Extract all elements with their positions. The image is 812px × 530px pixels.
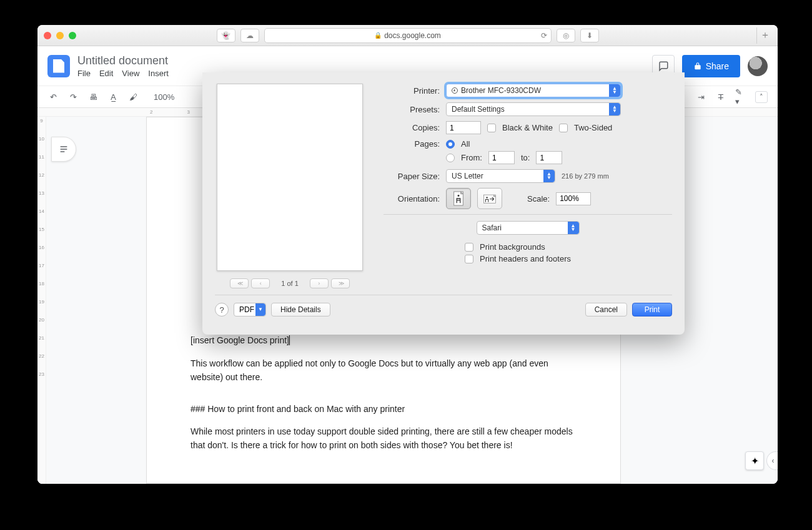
orientation-portrait-button[interactable]	[446, 188, 471, 209]
vertical-ruler: 91011121314151617181920212223	[37, 117, 46, 484]
page-indicator: 1 of 1	[281, 280, 299, 287]
print-headers-checkbox[interactable]	[465, 255, 473, 263]
copies-input[interactable]	[446, 121, 481, 134]
address-bar[interactable]: 🔒 docs.google.com ⟳	[264, 28, 552, 43]
pdf-menu[interactable]: PDF ▼	[234, 303, 266, 317]
share-button[interactable]: Share	[682, 55, 740, 77]
titlebar: 👻 ☁︎ 🔒 docs.google.com ⟳ ◎ ⬇︎ ＋	[37, 25, 778, 46]
print-backgrounds-label: Print backgrounds	[480, 242, 545, 252]
reload-icon[interactable]: ⟳	[541, 31, 547, 40]
zoom-level[interactable]: 100%	[154, 92, 174, 102]
presets-select[interactable]: Default Settings ▲▼	[446, 102, 621, 116]
privacy-button[interactable]: 👻	[217, 29, 235, 42]
menu-file[interactable]: File	[77, 69, 91, 78]
from-label: From:	[461, 153, 482, 162]
paper-size-label: Paper Size:	[384, 172, 440, 181]
paint-format-icon[interactable]: 🖌	[127, 91, 139, 102]
cancel-button[interactable]: Cancel	[585, 303, 627, 317]
menu-edit[interactable]: Edit	[99, 69, 113, 78]
placeholder-text: [insert Google Docs print]	[191, 335, 290, 345]
menu-view[interactable]: View	[122, 69, 139, 78]
presets-label: Presets:	[384, 105, 440, 114]
scale-label: Scale:	[527, 194, 550, 204]
last-page-button[interactable]: ≫	[331, 278, 350, 288]
new-tab-button[interactable]: ＋	[756, 27, 773, 44]
docs-logo-icon[interactable]	[47, 55, 70, 77]
print-button[interactable]: Print	[632, 303, 672, 317]
menu-insert[interactable]: Insert	[148, 69, 169, 78]
paper-size-select[interactable]: US Letter ▲▼	[446, 169, 555, 183]
print-preview	[217, 84, 363, 271]
first-page-button[interactable]: ≪	[230, 278, 249, 288]
bw-label: Black & White	[502, 123, 553, 132]
prev-page-button[interactable]: ‹	[251, 278, 270, 288]
next-page-button[interactable]: ›	[310, 278, 329, 288]
select-arrows-icon: ▲▼	[609, 84, 620, 97]
print-backgrounds-checkbox[interactable]	[465, 243, 473, 252]
pages-label: Pages:	[384, 139, 440, 149]
app-options-select[interactable]: Safari ▲▼	[477, 221, 580, 235]
select-arrows-icon: ▲▼	[543, 170, 555, 182]
menu-bar: File Edit View Insert	[77, 69, 169, 78]
scale-input[interactable]	[556, 192, 591, 205]
from-input[interactable]	[488, 151, 515, 164]
printer-select[interactable]: Brother MFC-9330CDW ▲▼	[446, 84, 621, 97]
pages-all-radio[interactable]	[446, 140, 455, 149]
printer-label: Printer:	[384, 86, 440, 96]
select-arrows-icon: ▲▼	[609, 103, 620, 115]
explore-button[interactable]: ✦	[745, 451, 764, 470]
spellcheck-icon[interactable]: A̲	[107, 91, 119, 102]
safari-window: 👻 ☁︎ 🔒 docs.google.com ⟳ ◎ ⬇︎ ＋ Untitled…	[37, 25, 778, 484]
indent-increase-icon[interactable]: ⇥	[695, 91, 706, 102]
orientation-label: Orientation:	[384, 194, 440, 204]
reader-button[interactable]: ◎	[557, 29, 575, 42]
pages-all-label: All	[461, 139, 470, 149]
avatar[interactable]	[748, 56, 768, 76]
minimize-window-icon[interactable]	[56, 32, 64, 39]
clear-format-icon[interactable]: T̶	[715, 91, 726, 102]
printer-status-icon	[452, 87, 458, 94]
copies-label: Copies:	[384, 123, 440, 132]
lock-icon: 🔒	[374, 32, 382, 39]
share-label: Share	[706, 61, 729, 71]
two-sided-label: Two-Sided	[574, 123, 612, 132]
bw-checkbox[interactable]	[487, 124, 496, 132]
body-heading: ### How to print front and back on Mac w…	[191, 402, 577, 416]
icloud-tabs-button[interactable]: ☁︎	[240, 29, 259, 42]
to-label: to:	[521, 153, 530, 162]
orientation-landscape-button[interactable]	[477, 188, 502, 209]
lock-icon	[693, 62, 702, 71]
close-window-icon[interactable]	[44, 32, 51, 39]
downloads-button[interactable]: ⬇︎	[580, 29, 599, 42]
svg-point-7	[486, 197, 487, 198]
window-controls	[44, 32, 76, 39]
body-paragraph: While most printers in use today support…	[191, 424, 577, 453]
zoom-window-icon[interactable]	[69, 32, 76, 39]
print-dialog: ≪ ‹ 1 of 1 › ≫ Printer: Brother MFC-9330…	[202, 72, 685, 335]
preview-pager: ≪ ‹ 1 of 1 › ≫	[230, 278, 350, 288]
outline-toggle-button[interactable]	[51, 137, 76, 162]
chevron-down-icon: ▼	[255, 303, 265, 316]
svg-point-4	[458, 195, 460, 197]
to-input[interactable]	[536, 151, 562, 164]
undo-icon[interactable]: ↶	[47, 91, 59, 102]
pages-range-radio[interactable]	[446, 154, 455, 162]
redo-icon[interactable]: ↷	[67, 91, 79, 102]
url-text: docs.google.com	[384, 31, 441, 40]
collapse-toolbar-icon[interactable]: ˄	[755, 91, 768, 103]
side-panel-toggle[interactable]: ‹	[766, 451, 778, 470]
edit-mode-icon[interactable]: ✎ ▾	[735, 91, 746, 102]
two-sided-checkbox[interactable]	[559, 124, 568, 132]
hide-details-button[interactable]: Hide Details	[271, 303, 330, 317]
help-button[interactable]: ?	[215, 303, 229, 317]
paper-dimensions: 216 by 279 mm	[562, 172, 609, 180]
document-title[interactable]: Untitled document	[77, 54, 169, 67]
print-icon[interactable]: 🖶	[87, 91, 99, 102]
print-headers-label: Print headers and footers	[480, 254, 571, 263]
body-paragraph: This workflow can be applied not only to…	[191, 356, 577, 385]
select-arrows-icon: ▲▼	[568, 222, 579, 234]
